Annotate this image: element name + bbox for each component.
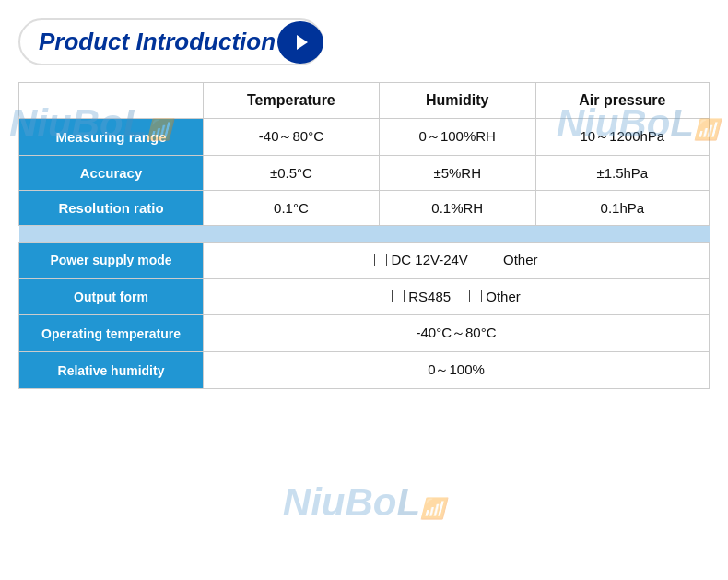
table-header-row: Temperature Humidity Air pressure — [19, 83, 710, 119]
header-empty — [19, 83, 204, 119]
checkbox-rs485: RS485 — [392, 289, 451, 304]
page-title: Product Introduction — [39, 28, 276, 56]
table-row-output-form: Output form RS485 Other — [19, 278, 710, 315]
label-output-form: Output form — [19, 278, 204, 315]
label-rs485: RS485 — [408, 289, 451, 304]
value-relative-humidity: 0～100% — [204, 352, 710, 389]
table-row-resolution: Resolution ratio 0.1°C 0.1%RH 0.1hPa — [19, 191, 710, 226]
page-wrapper: NiuBoL📶 NiuBoL📶 NiuBoL📶 Product Introduc… — [0, 0, 728, 580]
table-row-power-supply: Power supply mode DC 12V-24V Other — [19, 243, 710, 279]
label-power-supply: Power supply mode — [19, 243, 204, 279]
separator-cell — [19, 226, 710, 243]
table-row-operating-temp: Operating temperature -40°C～80°C — [19, 315, 710, 352]
table-row-relative-humidity: Relative humidity 0～100% — [19, 352, 710, 389]
title-section: Product Introduction — [18, 18, 710, 65]
header-temperature: Temperature — [204, 83, 380, 119]
checkbox-other-power-box — [487, 254, 499, 266]
label-other-output: Other — [486, 289, 521, 304]
table-row-accuracy: Accuracy ±0.5°C ±5%RH ±1.5hPa — [19, 156, 710, 191]
value-resolution-humidity: 0.1%RH — [379, 191, 535, 226]
value-accuracy-pressure: ±1.5hPa — [535, 156, 709, 191]
value-accuracy-humidity: ±5%RH — [379, 156, 535, 191]
title-arrow-decoration — [277, 21, 323, 64]
value-power-supply: DC 12V-24V Other — [204, 243, 710, 279]
header-air-pressure: Air pressure — [535, 83, 709, 119]
value-resolution-pressure: 0.1hPa — [535, 191, 709, 226]
product-table: Temperature Humidity Air pressure Measur… — [18, 82, 710, 389]
label-other-power: Other — [503, 252, 538, 267]
title-box: Product Introduction — [18, 18, 323, 65]
separator-row — [19, 226, 710, 243]
checkbox-dc12v: DC 12V-24V — [374, 252, 467, 267]
value-measuring-humidity: 0～100%RH — [379, 119, 535, 156]
checkbox-rs485-box — [392, 290, 405, 302]
value-output-form: RS485 Other — [204, 278, 710, 315]
checkbox-other-power: Other — [487, 252, 538, 267]
value-resolution-temp: 0.1°C — [204, 191, 380, 226]
label-operating-temp: Operating temperature — [19, 315, 204, 352]
value-measuring-pressure: 10～1200hPa — [535, 119, 709, 156]
value-accuracy-temp: ±0.5°C — [204, 156, 380, 191]
value-operating-temp: -40°C～80°C — [204, 315, 710, 352]
checkbox-dc12v-box — [374, 254, 387, 266]
label-resolution: Resolution ratio — [19, 191, 204, 226]
label-measuring-range: Measuring range — [19, 119, 204, 156]
value-measuring-temp: -40～80°C — [204, 119, 380, 156]
label-accuracy: Accuracy — [19, 156, 204, 191]
label-relative-humidity: Relative humidity — [19, 352, 204, 389]
watermark-bottom: NiuBoL📶 — [283, 480, 445, 525]
table-row-measuring-range: Measuring range -40～80°C 0～100%RH 10～120… — [19, 119, 710, 156]
label-dc12v: DC 12V-24V — [391, 252, 467, 267]
checkbox-other-output-box — [469, 290, 482, 302]
header-humidity: Humidity — [379, 83, 535, 119]
checkbox-other-output: Other — [469, 289, 521, 304]
